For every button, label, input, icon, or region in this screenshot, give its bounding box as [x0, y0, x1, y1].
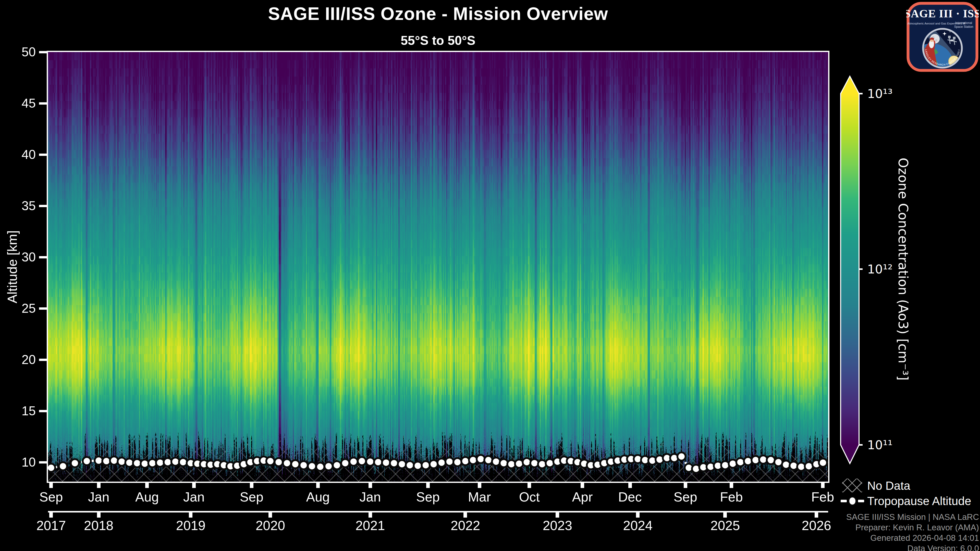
x-axis-month-tick-mark [49, 483, 53, 488]
attribution-data-version: Data Version: 6.0.0 [740, 544, 979, 551]
y-axis-tick-mark [39, 359, 47, 361]
x-axis-month-tick-label: Sep [224, 489, 280, 505]
ozone-heatmap-canvas [48, 52, 828, 482]
x-axis-month-tick-mark [316, 483, 320, 488]
figure-root: SAGE III/ISS Ozone - Mission Overview 55… [0, 0, 980, 551]
y-axis-tick-label: 20 [0, 352, 36, 367]
badge-title: SAGE III · ISS [906, 7, 979, 20]
attribution-mission: SAGE III/ISS Mission | NASA LaRC [740, 512, 979, 522]
y-axis-tick-mark [39, 256, 47, 259]
badge-subtitle-right-1: International [955, 21, 972, 25]
x-axis-year-tick-label: 2023 [529, 518, 585, 533]
page-title: SAGE III/ISS Ozone - Mission Overview [48, 3, 828, 24]
tropopause-legend-label: Tropopause Altitude [867, 494, 971, 508]
x-axis-month-tick-label: Jan [166, 489, 222, 505]
y-axis-tick-label: 45 [0, 96, 36, 111]
x-axis-year-tick-mark [189, 513, 192, 518]
x-axis-month-tick-label: Dec [602, 489, 658, 505]
x-axis-month-tick-label: Sep [400, 489, 456, 505]
x-axis-month-tick-label: Mar [452, 489, 508, 505]
attribution-generated: Generated 2026-04-08 14:01 [740, 533, 979, 543]
x-axis-month-tick-mark [581, 483, 584, 488]
x-axis-year-tick-label: 2026 [788, 518, 845, 533]
x-axis-month-tick-mark [369, 483, 372, 488]
x-axis-year-tick-mark [269, 513, 272, 518]
colorbar-gradient-bar [841, 76, 859, 464]
x-axis-month-tick-mark [426, 483, 430, 488]
x-axis-year-tick-label: 2021 [342, 518, 398, 533]
x-axis-month-tick-label: Aug [290, 489, 346, 505]
y-axis-tick-mark [39, 205, 47, 207]
y-axis-tick-label: 40 [0, 147, 36, 162]
x-axis-month-tick-mark [821, 483, 824, 488]
y-axis-tick-label: 15 [0, 403, 36, 419]
x-axis-month-tick-mark [528, 483, 531, 488]
colorbar [838, 73, 865, 469]
x-axis-year-tick-label: 2019 [162, 518, 219, 533]
legend-dash-right [858, 500, 864, 502]
x-axis-year-tick-mark [97, 513, 100, 518]
x-axis-year-tick-label: 2024 [610, 518, 666, 533]
colorbar-tick-top [859, 93, 862, 94]
colorbar-tick-label-1e11: 10¹¹ [867, 437, 923, 453]
x-axis-month-tick-mark [145, 483, 149, 488]
x-axis-month-tick-mark [250, 483, 253, 488]
x-axis-year-tick-label: 2025 [697, 518, 753, 533]
x-axis-year-tick-label: 2018 [71, 518, 127, 533]
colorbar-tick-bottom [859, 444, 862, 446]
colorbar-tick-label-1e12: 10¹² [867, 262, 923, 277]
colorbar-tick-label-1e13: 10¹³ [867, 86, 923, 101]
sage-iii-iss-mission-patch-logo: SAGE III · ISS Atmospheric Aerosol and G… [906, 2, 979, 72]
x-axis-year-tick-mark [636, 513, 640, 518]
x-axis-year-tick-mark [463, 513, 467, 518]
x-axis-month-tick-mark [478, 483, 481, 488]
x-axis-year-tick-mark [49, 513, 53, 518]
x-axis-month-tick-mark [97, 483, 100, 488]
x-axis-year-tick-label: 2020 [242, 518, 298, 533]
y-axis-tick-label: 25 [0, 301, 36, 316]
colorbar-axis-label: Ozone Concentration (Ao3) [cm⁻³] [896, 78, 911, 460]
y-axis-tick-mark [39, 102, 47, 105]
x-axis-year-tick-mark [369, 513, 372, 518]
y-axis-label: Altitude [km] [5, 165, 19, 369]
y-axis-tick-label: 10 [0, 454, 36, 470]
x-axis-month-tick-label: Jan [342, 489, 398, 505]
moon-crater-2 [935, 39, 937, 41]
y-axis-tick-mark [39, 410, 47, 412]
badge-subtitle-right-2: Space Station [954, 25, 974, 29]
attribution-preparer: Preparer: Kevin R. Leavor (AMA) [740, 523, 979, 532]
y-axis-tick-mark [39, 51, 47, 53]
x-axis-year-tick-mark [723, 513, 727, 518]
y-axis-tick-mark [39, 307, 47, 310]
y-axis-tick-mark [39, 154, 47, 156]
colorbar-tick-mid [859, 268, 862, 270]
x-axis-month-tick-mark [192, 483, 196, 488]
x-axis-month-tick-mark [628, 483, 632, 488]
y-axis-tick-mark [39, 461, 47, 464]
year-axis-line [48, 511, 828, 513]
x-axis-year-tick-mark [555, 513, 559, 518]
x-axis-month-tick-mark [684, 483, 687, 488]
no-data-legend-label: No Data [867, 479, 910, 492]
x-axis-year-tick-mark [815, 513, 818, 518]
plot-area [47, 51, 829, 483]
x-axis-month-tick-label: Feb [795, 489, 851, 505]
x-axis-month-tick-label: Oct [501, 489, 557, 505]
y-axis-tick-label: 30 [0, 249, 36, 265]
x-axis-year-tick-label: 2022 [437, 518, 493, 533]
x-axis-month-tick-label: Feb [703, 489, 759, 505]
x-axis-month-tick-mark [730, 483, 733, 488]
latitude-band-subtitle: 55°S to 50°S [48, 33, 828, 48]
y-axis-tick-label: 50 [0, 44, 36, 60]
x-axis-month-tick-label: Jan [71, 489, 127, 505]
y-axis-tick-label: 35 [0, 198, 36, 213]
